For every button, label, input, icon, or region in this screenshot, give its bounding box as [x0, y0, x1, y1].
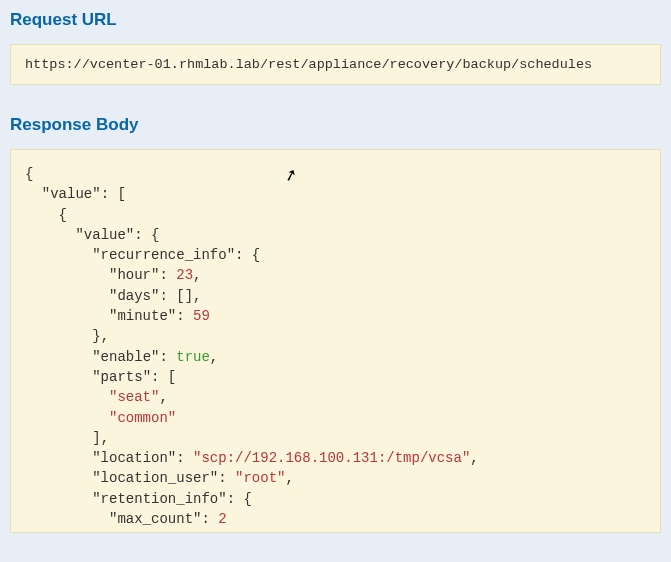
- response-body-json[interactable]: { "value": [ { "value": { "recurrence_in…: [10, 149, 661, 533]
- request-url-header: Request URL: [0, 0, 671, 44]
- request-url-value[interactable]: https://vcenter-01.rhmlab.lab/rest/appli…: [10, 44, 661, 85]
- response-body-header: Response Body: [0, 105, 671, 149]
